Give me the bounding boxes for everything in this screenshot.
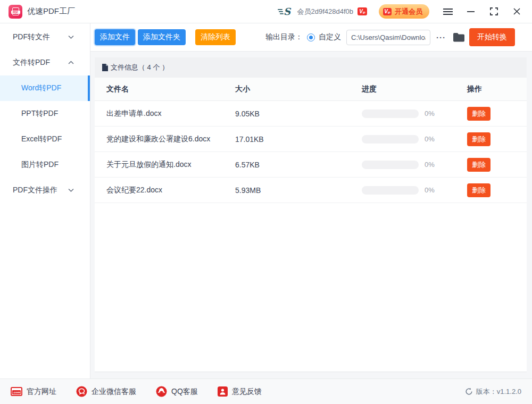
start-convert-button[interactable]: 开始转换 <box>469 28 515 46</box>
member-id: 会员2d9f428d4f0b <box>297 7 353 16</box>
footer-link-label: 官方网址 <box>27 387 56 397</box>
add-file-button[interactable]: 添加文件 <box>95 29 135 45</box>
titlebar: PDF 优速PDF工厂 S 会员2d9f428d4f0b VIP VIP 开通会… <box>0 0 532 23</box>
sidebar-item-word-to-pdf[interactable]: Word转PDF <box>0 75 90 101</box>
column-header-name: 文件名 <box>106 85 235 94</box>
feedback-icon <box>218 386 228 397</box>
footer-link-label: 企业微信客服 <box>92 387 136 397</box>
sidebar-item-ppt-to-pdf[interactable]: PPT转PDF <box>0 101 90 127</box>
delete-button[interactable]: 删除 <box>467 183 491 197</box>
official-website-link[interactable]: .com 官方网址 <box>11 387 56 397</box>
table-row: 会议纪要22.docx 5.93MB 0% 删除 <box>95 178 527 203</box>
logo-pdf-text: PDF <box>11 11 20 14</box>
sidebar-item-pdf-file-ops[interactable]: PDF文件操作 <box>0 178 90 203</box>
custom-label: 自定义 <box>319 32 341 42</box>
website-icon: .com <box>11 387 22 396</box>
avatar-swoosh-icon: S <box>278 6 293 17</box>
file-size: 17.01KB <box>235 135 362 144</box>
vip-icon: VIP <box>383 8 392 15</box>
minimize-icon[interactable] <box>466 7 476 16</box>
output-path-input[interactable] <box>346 30 430 45</box>
sidebar-item-label: 图片转PDF <box>21 160 59 170</box>
table-header: 文件名 大小 进度 操作 <box>95 78 527 101</box>
version-label: 版本：v1.1.2.0 <box>476 387 521 397</box>
version-info: 版本：v1.1.2.0 <box>465 387 521 397</box>
column-header-progress: 进度 <box>362 85 467 94</box>
file-info-header: 文件信息（ 4 个 ） <box>95 57 527 78</box>
sidebar-item-label: 文件转PDF <box>13 58 50 68</box>
feedback-link[interactable]: 意见反馈 <box>218 386 262 397</box>
sidebar-item-label: PDF文件操作 <box>13 186 57 195</box>
file-size: 9.05KB <box>235 110 362 118</box>
custom-output-radio[interactable]: 自定义 <box>307 32 341 42</box>
menu-icon[interactable] <box>443 7 453 16</box>
delete-button[interactable]: 删除 <box>467 158 491 172</box>
progress-percent: 0% <box>425 186 435 194</box>
column-header-action: 操作 <box>467 85 515 94</box>
sidebar-item-file-to-pdf[interactable]: 文件转PDF <box>0 50 90 75</box>
refresh-icon[interactable] <box>465 388 473 395</box>
browse-more-button[interactable]: ··· <box>436 33 446 42</box>
delete-button[interactable]: 删除 <box>467 132 491 146</box>
sidebar-item-label: Word转PDF <box>21 83 61 93</box>
vip-badge-icon: VIP <box>358 7 367 15</box>
open-vip-label: 开通会员 <box>395 7 422 16</box>
file-size: 6.57KB <box>235 161 362 169</box>
open-vip-button[interactable]: VIP 开通会员 <box>379 4 429 19</box>
table-row: 党的建设和廉政公署建设6.docx 17.01KB 0% 删除 <box>95 127 527 152</box>
document-icon <box>102 64 108 71</box>
file-name: 党的建设和廉政公署建设6.docx <box>106 134 235 144</box>
sidebar-item-pdf-to-file[interactable]: PDF转文件 <box>0 24 90 50</box>
sidebar-item-excel-to-pdf[interactable]: Excel转PDF <box>0 127 90 152</box>
content: 文件信息（ 4 个 ） 文件名 大小 进度 操作 出差申请单.docx 9.05… <box>90 52 532 378</box>
qq-icon <box>156 386 167 397</box>
sidebar: PDF转文件 文件转PDF Word转PDF PPT转PDF Excel转PDF <box>0 23 90 378</box>
progress-percent: 0% <box>425 135 435 143</box>
progress-percent: 0% <box>425 161 435 169</box>
add-folder-button[interactable]: 添加文件夹 <box>138 29 186 45</box>
radio-selected-icon <box>307 33 315 41</box>
chevron-down-icon <box>68 189 74 192</box>
svg-text:S: S <box>284 6 292 17</box>
chevron-down-icon <box>68 36 74 39</box>
file-name: 会议纪要22.docx <box>106 186 235 195</box>
maximize-icon[interactable] <box>489 7 498 16</box>
table-row: 出差申请单.docx 9.05KB 0% 删除 <box>95 101 527 127</box>
footer-link-label: QQ客服 <box>171 387 198 397</box>
sidebar-item-label: Excel转PDF <box>21 134 62 144</box>
progress-bar <box>362 161 419 169</box>
member-account[interactable]: S 会员2d9f428d4f0b VIP <box>278 6 367 17</box>
chevron-up-icon <box>68 61 74 65</box>
main-area: 添加文件 添加文件夹 清除列表 输出目录： 自定义 ··· 开始转换 <box>90 23 532 378</box>
footer: .com 官方网址 企业微信客服 <box>0 378 532 404</box>
footer-link-label: 意见反馈 <box>232 387 262 397</box>
output-dir-label: 输出目录： <box>265 32 303 42</box>
window-controls <box>443 7 521 16</box>
close-icon[interactable] <box>512 7 521 16</box>
file-size: 5.93MB <box>235 186 362 195</box>
progress-bar <box>362 110 419 118</box>
file-name: 出差申请单.docx <box>106 109 235 119</box>
qq-support-link[interactable]: QQ客服 <box>156 386 198 397</box>
app-window: PDF 优速PDF工厂 S 会员2d9f428d4f0b VIP VIP 开通会… <box>0 0 532 404</box>
clear-list-button[interactable]: 清除列表 <box>195 29 236 45</box>
file-panel: 文件信息（ 4 个 ） 文件名 大小 进度 操作 出差申请单.docx 9.05… <box>95 57 527 372</box>
file-info-title: 文件信息（ 4 个 ） <box>111 63 169 72</box>
wecom-support-link[interactable]: 企业微信客服 <box>76 386 136 397</box>
sidebar-item-image-to-pdf[interactable]: 图片转PDF <box>0 152 90 178</box>
table-row: 关于元旦放假的通知.docx 6.57KB 0% 删除 <box>95 152 527 178</box>
app-title: 优速PDF工厂 <box>27 6 75 16</box>
progress-bar <box>362 186 419 195</box>
sidebar-item-label: PDF转文件 <box>13 32 50 42</box>
open-folder-icon[interactable] <box>453 33 464 42</box>
wecom-icon <box>76 386 87 397</box>
delete-button[interactable]: 删除 <box>467 107 491 121</box>
progress-bar <box>362 135 419 144</box>
progress-percent: 0% <box>425 110 435 117</box>
app-logo-icon: PDF <box>9 5 22 19</box>
file-name: 关于元旦放假的通知.docx <box>106 160 235 170</box>
column-header-size: 大小 <box>235 85 362 94</box>
sidebar-item-label: PPT转PDF <box>21 109 58 119</box>
toolbar: 添加文件 添加文件夹 清除列表 输出目录： 自定义 ··· 开始转换 <box>90 23 532 52</box>
